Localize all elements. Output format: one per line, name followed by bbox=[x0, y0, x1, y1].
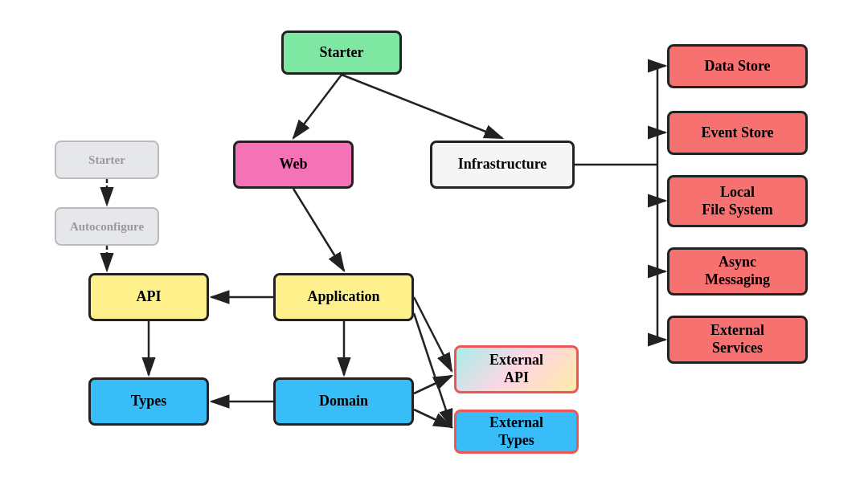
starter-label: Starter bbox=[320, 44, 364, 62]
svg-line-2 bbox=[293, 189, 344, 271]
external-svc-node: External Services bbox=[667, 316, 808, 364]
async-msg-label: Async Messaging bbox=[705, 254, 770, 288]
local-file-node: Local File System bbox=[667, 175, 808, 227]
event-store-label: Event Store bbox=[701, 124, 773, 142]
web-node: Web bbox=[233, 141, 354, 189]
ghost-starter-node: Starter bbox=[55, 141, 159, 179]
web-label: Web bbox=[279, 156, 307, 173]
domain-label: Domain bbox=[319, 393, 368, 410]
event-store-node: Event Store bbox=[667, 111, 808, 155]
ghost-starter-label: Starter bbox=[88, 153, 125, 167]
data-store-label: Data Store bbox=[704, 58, 770, 75]
svg-line-10 bbox=[414, 410, 452, 427]
api-label: API bbox=[137, 288, 162, 306]
starter-node: Starter bbox=[281, 31, 402, 75]
external-svc-label: External Services bbox=[710, 322, 764, 357]
async-msg-node: Async Messaging bbox=[667, 247, 808, 296]
svg-line-0 bbox=[293, 75, 342, 138]
domain-node: Domain bbox=[273, 377, 414, 426]
ghost-autoconfig-node: Autoconfigure bbox=[55, 207, 159, 246]
external-api-node: External API bbox=[454, 345, 579, 393]
local-file-label: Local File System bbox=[702, 184, 772, 218]
types-label: Types bbox=[131, 393, 167, 410]
infrastructure-node: Infrastructure bbox=[430, 141, 575, 189]
api-node: API bbox=[88, 273, 209, 321]
svg-line-8 bbox=[414, 313, 452, 427]
svg-line-7 bbox=[414, 297, 452, 371]
external-types-label: External Types bbox=[489, 414, 543, 449]
data-store-node: Data Store bbox=[667, 44, 808, 88]
ghost-autoconfig-label: Autoconfigure bbox=[70, 219, 144, 234]
types-node: Types bbox=[88, 377, 209, 426]
svg-line-1 bbox=[342, 75, 502, 138]
external-types-node: External Types bbox=[454, 410, 579, 454]
application-label: Application bbox=[307, 288, 379, 306]
infrastructure-label: Infrastructure bbox=[458, 156, 547, 173]
external-api-label: External API bbox=[489, 352, 543, 386]
svg-line-9 bbox=[414, 376, 452, 393]
application-node: Application bbox=[273, 273, 414, 321]
diagram: Starter Autoconfigure Starter Web Infras… bbox=[0, 0, 868, 481]
